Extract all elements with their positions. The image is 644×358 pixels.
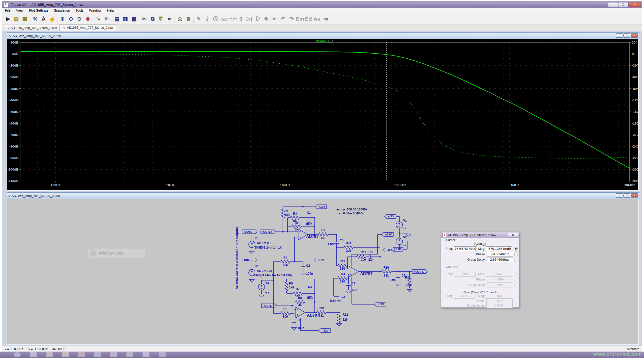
drag-icon[interactable]: ☛ xyxy=(270,15,279,23)
menu-item-simulation[interactable]: Simulation xyxy=(51,8,73,13)
capacitor-icon[interactable]: ⊣⊢ xyxy=(228,15,237,23)
minimize-button[interactable]: — xyxy=(608,2,618,7)
edit-em-icon[interactable]: Em xyxy=(296,15,304,23)
cut-icon[interactable]: ✂ xyxy=(140,15,148,23)
redo-icon[interactable]: ↷ xyxy=(287,15,296,23)
waveform-close-button[interactable]: ✕ xyxy=(631,33,638,38)
schematic-canvas[interactable]: R11k8R3100C1100pR22kR9681C55.6nR15226AD7… xyxy=(232,202,433,342)
taskbar-item[interactable] xyxy=(62,352,69,357)
junction-dot xyxy=(380,256,381,257)
zoom-out-icon[interactable]: ⊖ xyxy=(75,15,84,23)
component-label: 12 xyxy=(403,243,406,247)
print-icon[interactable]: ⎙ xyxy=(176,15,184,23)
new-schematic-icon[interactable]: ▶ xyxy=(4,15,12,23)
y-left-tick-label: -20dB xyxy=(9,75,18,79)
zoom-full-icon[interactable]: ⊗ xyxy=(84,15,92,23)
component-label: AD797 xyxy=(360,272,372,276)
cursor1-mag-radio[interactable] xyxy=(514,247,518,251)
autorange-icon[interactable]: ∿ xyxy=(94,15,102,23)
junction-dot xyxy=(380,271,381,272)
taskbar-item[interactable] xyxy=(159,352,166,357)
undo-icon[interactable]: ↶ xyxy=(279,15,287,23)
component-label: R2 xyxy=(295,221,299,225)
menu-bar: FileViewPlot SettingsSimulationToolsWind… xyxy=(2,8,642,13)
component-symbol xyxy=(334,242,339,243)
tile-vertical-icon[interactable]: ▥ xyxy=(121,15,130,23)
edit-e3-icon[interactable]: E∃ xyxy=(304,15,312,23)
cursor-dialog-title-bar[interactable]: ϟ AD1955_Amp_797_Stereo_2.raw ✕ xyxy=(441,232,519,238)
resistor-icon[interactable]: ʌʌ xyxy=(220,15,228,23)
close-button[interactable]: ✕ xyxy=(628,2,641,7)
schematic-window-title-bar[interactable]: ϟ AD1955_Amp_797_Stereo_2.asc — ❐ ✕ xyxy=(7,193,639,199)
plot-settings-icon[interactable]: ≋ xyxy=(102,15,111,23)
component-label: 5.6n xyxy=(328,242,334,246)
halt-icon[interactable]: ☝ xyxy=(48,15,56,23)
cursor1-phase-radio[interactable] xyxy=(514,253,518,256)
inductor-icon[interactable]: Ȝ xyxy=(237,15,245,23)
taskbar-item[interactable] xyxy=(94,352,101,357)
spice-directive-icon[interactable]: .op xyxy=(321,15,330,23)
tab-schematic[interactable]: ϟ AD1955_Amp_797_Stereo_2.asc xyxy=(5,25,60,31)
cursor1-group-delay-radio[interactable] xyxy=(514,258,518,262)
waveform-minimize-button[interactable]: — xyxy=(616,33,623,38)
cursor-dialog-close-button[interactable]: ✕ xyxy=(508,233,518,237)
paste-icon[interactable]: ⎗ xyxy=(157,15,165,23)
text-icon[interactable]: Aa xyxy=(312,15,321,23)
component-icon[interactable]: ᗞ xyxy=(254,15,262,23)
print-preview-icon[interactable]: ≣ xyxy=(184,15,192,23)
menu-item-window[interactable]: Window xyxy=(86,8,104,13)
tile-horizontal-icon[interactable]: ▤ xyxy=(113,15,121,23)
maximize-button[interactable]: ❐ xyxy=(618,2,628,7)
component-label: R14 xyxy=(340,272,345,276)
y-right-tick-label: -270° xyxy=(632,156,638,160)
open-file-icon[interactable]: ▤ xyxy=(12,15,20,23)
menu-item-file[interactable]: File xyxy=(2,8,14,13)
component-symbol xyxy=(281,260,290,263)
main-window-title: LTspice XVII - AD1955_Amp_797_Stereo_2.r… xyxy=(10,3,83,7)
control-panel-icon[interactable]: ⚒ xyxy=(31,15,40,23)
taskbar-item[interactable] xyxy=(30,352,37,357)
net-flag-label: VOut_L xyxy=(414,270,424,273)
copy-icon[interactable]: ⧉ xyxy=(148,15,157,23)
schematic-restore-button[interactable]: ❐ xyxy=(624,193,630,197)
component-symbol xyxy=(301,267,306,268)
start-orb[interactable] xyxy=(14,352,20,357)
zoom-in-icon[interactable]: ⊕ xyxy=(58,15,67,23)
taskbar-item[interactable] xyxy=(142,352,150,357)
run-icon[interactable]: ᕕ xyxy=(40,15,48,23)
menu-item-tools[interactable]: Tools xyxy=(73,8,86,13)
schematic-canvas-area[interactable]: Window Snip R11k8R3100C1100pR22kR9681C55… xyxy=(7,198,638,344)
wire-icon[interactable]: ✎ xyxy=(194,15,203,23)
plot-area[interactable]: 10dB0dB-10dB-20dB-30dB-40dB-50dB-60dB-70… xyxy=(7,39,638,190)
cascade-icon[interactable]: ▧ xyxy=(130,15,138,23)
taskbar-item[interactable] xyxy=(46,352,53,357)
diode-icon[interactable]: ▷| xyxy=(245,15,254,23)
component-label: I1 xyxy=(255,237,258,240)
schematic-close-button[interactable]: ✕ xyxy=(631,193,638,197)
plot-background xyxy=(7,39,638,190)
zoom-box-icon[interactable]: ⊙ xyxy=(67,15,75,23)
label-net-icon[interactable]: Ⓐ xyxy=(212,15,220,23)
menu-item-help[interactable]: Help xyxy=(104,8,117,13)
menu-item-view[interactable]: View xyxy=(14,8,26,13)
junction-dot xyxy=(282,231,284,232)
cursor2-group-delay-radio[interactable] xyxy=(514,283,518,287)
waveform-restore-button[interactable]: ❐ xyxy=(624,33,630,38)
taskbar-item[interactable] xyxy=(110,352,117,357)
cursor2-phase-radio[interactable] xyxy=(514,278,518,282)
tab-waveform[interactable]: ∿ AD1955_Amp_797_Stereo_2.raw xyxy=(60,24,116,31)
waveform-window-title-bar[interactable]: ∿ AD1955_Amp_797_Stereo_2.raw — ❐ ✕ xyxy=(7,33,639,39)
find-icon[interactable]: ∞ xyxy=(165,15,174,23)
taskbar-item[interactable] xyxy=(126,352,133,357)
cursor2-mag-radio[interactable] xyxy=(514,272,518,276)
main-title-bar[interactable]: ϟ LTspice XVII - AD1955_Amp_797_Stereo_2… xyxy=(2,2,642,8)
ground-icon[interactable]: ⏚ xyxy=(203,15,212,23)
component-label: 1k8 xyxy=(284,213,290,217)
save-icon[interactable]: ▦ xyxy=(20,15,29,23)
schematic-minimize-button[interactable]: — xyxy=(616,193,623,197)
taskbar-item[interactable] xyxy=(78,352,85,357)
move-icon[interactable]: ✥ xyxy=(262,15,270,23)
menu-item-plot-settings[interactable]: Plot Settings xyxy=(26,8,51,13)
windows-taskbar[interactable] xyxy=(0,352,644,358)
bode-plot[interactable]: 10dB0dB-10dB-20dB-30dB-40dB-50dB-60dB-70… xyxy=(7,39,638,190)
